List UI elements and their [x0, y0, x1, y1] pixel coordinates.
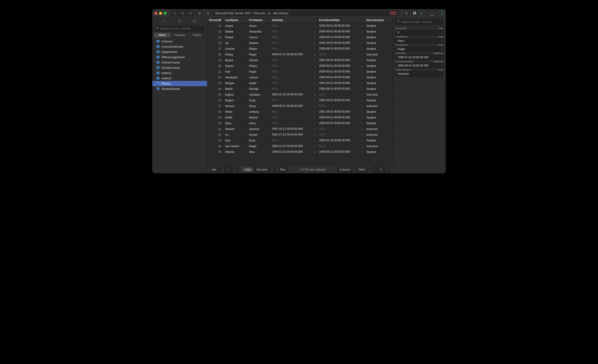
stepper-icon[interactable]: ▴▾: [314, 58, 315, 62]
filters-button[interactable]: Filters: [356, 167, 368, 172]
cell-hiredate[interactable]: NULL▴▾: [270, 63, 317, 69]
cell-enrollmentdate[interactable]: 2004-09-01 00:00:00.000▴▾: [317, 69, 364, 75]
cell-firstname[interactable]: Roger: [247, 52, 270, 58]
grid-mode-button[interactable]: [411, 10, 418, 16]
cell-enrollmentdate[interactable]: 2001-09-01 00:00:00.000▴▾: [317, 40, 364, 46]
cell-hiredate[interactable]: NULL▴▾: [270, 46, 317, 52]
cell-firstname[interactable]: Erica: [247, 138, 270, 143]
stepper-icon[interactable]: ▴▾: [361, 76, 363, 79]
cell-lastname[interactable]: Morgan: [223, 81, 247, 86]
cell-lastname[interactable]: Martin: [223, 86, 247, 92]
table-row[interactable]: 28WhiteAnthonyNULL▴▾2001-09-01 00:00:00.…: [207, 109, 393, 115]
cell-personid[interactable]: 20: [207, 63, 223, 69]
stepper-icon[interactable]: ▴▾: [361, 87, 363, 91]
cell-hiredate[interactable]: NULL▴▾: [270, 86, 317, 92]
left-panel-toggle[interactable]: [420, 10, 428, 16]
stepper-icon[interactable]: ▴▾: [314, 64, 315, 68]
sidebar-item-courseinstructor[interactable]: CourseInstructor: [152, 44, 207, 49]
stepper-icon[interactable]: ▴▾: [361, 133, 363, 137]
column-header-hiredate[interactable]: HireDate: [270, 17, 317, 23]
column-header-firstname[interactable]: FirstName: [247, 17, 270, 23]
cell-enrollmentdate[interactable]: 2004-09-01 00:00:00.000▴▾: [317, 35, 364, 40]
tab-favorites[interactable]: Favorites: [172, 33, 188, 37]
cell-lastname[interactable]: Suarez: [223, 63, 247, 69]
cell-personid[interactable]: 15: [207, 35, 223, 40]
cell-discriminator[interactable]: Student: [364, 138, 393, 143]
cell-discriminator[interactable]: Student: [364, 46, 393, 52]
table-row[interactable]: 26RogersCodyNULL▴▾2002-09-01 00:00:00.00…: [207, 98, 393, 103]
stepper-icon[interactable]: ▴▾: [314, 110, 315, 114]
stepper-icon[interactable]: ▴▾: [314, 35, 315, 39]
stepper-icon[interactable]: ▴▾: [361, 127, 363, 131]
cell-firstname[interactable]: Anthony: [247, 109, 270, 115]
tab-items[interactable]: Items: [154, 33, 171, 37]
table-row[interactable]: 23MorganIsaiahNULL▴▾2001-09-01 00:00:00.…: [207, 81, 393, 86]
stepper-icon[interactable]: ▴▾: [314, 24, 315, 28]
stepper-icon[interactable]: ▴▾: [314, 76, 315, 79]
cell-hiredate[interactable]: NULL▴▾: [270, 138, 317, 143]
cell-discriminator[interactable]: Student: [364, 115, 393, 121]
cell-hiredate[interactable]: NULL▴▾: [270, 29, 317, 35]
cell-lastname[interactable]: Powell: [223, 35, 247, 40]
stepper-icon[interactable]: ▴▾: [361, 58, 363, 62]
cell-enrollmentdate[interactable]: 2002-09-01 00:00:00.000▴▾: [317, 98, 364, 103]
lock-button[interactable]: [196, 10, 203, 16]
stepper-icon[interactable]: ▴▾: [361, 35, 363, 39]
table-row[interactable]: 15PowellCarsonNULL▴▾2004-09-01 00:00:00.…: [207, 35, 393, 40]
cell-lastname[interactable]: Stewart: [223, 126, 247, 132]
stepper-icon[interactable]: ▴▾: [314, 41, 315, 45]
stepper-icon[interactable]: ▴▾: [314, 150, 315, 154]
connection-path[interactable]: Microsoft SQL Server 2017 : Tono pro : s…: [213, 10, 399, 16]
cell-hiredate[interactable]: NULL▴▾: [270, 23, 317, 29]
cell-hiredate[interactable]: NULL▴▾: [270, 35, 317, 40]
cell-enrollmentdate[interactable]: NULL▴▾: [317, 103, 364, 109]
column-header-personid[interactable]: PersonID: [207, 17, 223, 23]
cell-hiredate[interactable]: 1900-01-01 00:00:00.000▴▾: [270, 149, 317, 155]
cell-personid[interactable]: 31: [207, 126, 223, 132]
zoom-window-button[interactable]: [164, 12, 166, 15]
sidebar-item-onlinecourse[interactable]: OnlineCourse: [152, 60, 207, 65]
cell-lastname[interactable]: Van Houten: [223, 143, 247, 149]
cell-personid[interactable]: 32: [207, 132, 223, 138]
table-row[interactable]: 27SerranoStacy1999-06-01 00:00:00.000▴▾N…: [207, 103, 393, 109]
cell-personid[interactable]: 28: [207, 109, 223, 115]
table-row[interactable]: 22AlexanderCarsonNULL▴▾2005-09-01 00:00:…: [207, 75, 393, 81]
cell-enrollmentdate[interactable]: 2005-09-01 00:00:00.000▴▾: [317, 75, 364, 81]
cell-lastname[interactable]: Serrano: [223, 103, 247, 109]
cell-firstname[interactable]: Carson: [247, 35, 270, 40]
table-row[interactable]: 24MartinRandallNULL▴▾2005-09-01 00:00:00…: [207, 86, 393, 92]
cell-firstname[interactable]: Carson: [247, 75, 270, 81]
cell-firstname[interactable]: Randall: [247, 86, 270, 92]
table-row[interactable]: 17CarlsonRobynNULL▴▾2005-09-01 00:00:00.…: [207, 46, 393, 52]
cell-firstname[interactable]: Rachel: [247, 115, 270, 121]
cell-hiredate[interactable]: 2004-02-12 00:00:00.000▴▾: [270, 52, 317, 58]
cell-hiredate[interactable]: NULL▴▾: [270, 58, 317, 63]
stepper-icon[interactable]: ▴▾: [314, 116, 315, 119]
cell-discriminator[interactable]: Instructor: [364, 92, 393, 98]
cell-lastname[interactable]: Xu: [223, 132, 247, 138]
stepper-icon[interactable]: ▴▾: [314, 127, 315, 131]
cell-personid[interactable]: 16: [207, 40, 223, 46]
table-row[interactable]: 32XuKristen2001-07-23 00:00:00.000▴▾NULL…: [207, 132, 393, 138]
cell-enrollmentdate[interactable]: 2005-09-01 00:00:00.000▴▾: [317, 46, 364, 52]
cell-discriminator[interactable]: Student: [364, 63, 393, 69]
cell-personid[interactable]: 24: [207, 86, 223, 92]
cell-hiredate[interactable]: 2001-01-15 00:00:00.000▴▾: [270, 92, 317, 98]
table-row[interactable]: 18ZhengRoger2004-02-12 00:00:00.000▴▾NUL…: [207, 52, 393, 58]
sidebar-item-department[interactable]: Department: [152, 49, 207, 55]
stepper-icon[interactable]: ▴▾: [361, 64, 363, 68]
stepper-icon[interactable]: ▴▾: [314, 93, 315, 97]
cell-personid[interactable]: 26: [207, 98, 223, 103]
cell-personid[interactable]: 25: [207, 92, 223, 98]
stepper-icon[interactable]: ▴▾: [361, 122, 363, 125]
cell-personid[interactable]: 14: [207, 29, 223, 35]
cell-lastname[interactable]: Carlson: [223, 46, 247, 52]
cell-discriminator[interactable]: Student: [364, 149, 393, 155]
stepper-icon[interactable]: ▴▾: [361, 139, 363, 142]
cell-firstname[interactable]: Robyn: [247, 46, 270, 52]
cell-enrollmentdate[interactable]: NULL▴▾: [317, 132, 364, 138]
stepper-icon[interactable]: ▴▾: [314, 133, 315, 137]
cell-enrollmentdate[interactable]: 2000-09-01 00:00:00.000▴▾: [317, 29, 364, 35]
cell-discriminator[interactable]: Student: [364, 69, 393, 75]
cell-discriminator[interactable]: Student: [364, 75, 393, 81]
